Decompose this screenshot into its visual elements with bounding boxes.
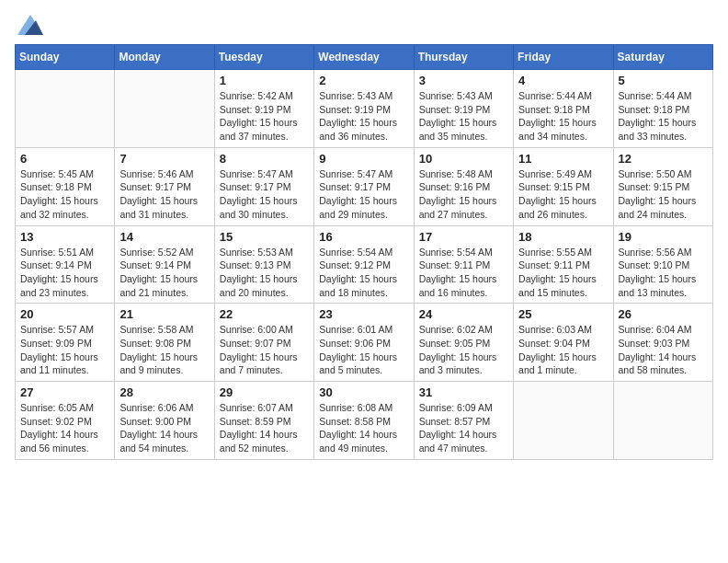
day-number: 30	[319, 385, 408, 399]
day-number: 26	[619, 307, 708, 321]
day-info: Sunrise: 6:01 AMSunset: 9:06 PMDaylight:…	[319, 323, 408, 377]
day-number: 6	[20, 152, 109, 166]
day-number: 7	[119, 152, 209, 166]
day-info: Sunrise: 5:44 AMSunset: 9:18 PMDaylight:…	[518, 89, 608, 144]
day-number: 11	[518, 152, 608, 166]
day-number: 10	[419, 152, 508, 166]
calendar-cell: 6Sunrise: 5:45 AMSunset: 9:18 PMDaylight…	[16, 147, 115, 225]
calendar-cell: 5Sunrise: 5:44 AMSunset: 9:18 PMDaylight…	[613, 70, 712, 148]
logo	[15, 15, 43, 35]
day-info: Sunrise: 5:53 AMSunset: 9:13 PMDaylight:…	[220, 246, 309, 300]
day-info: Sunrise: 5:42 AMSunset: 9:19 PMDaylight:…	[220, 89, 309, 144]
logo-icon	[17, 15, 43, 35]
calendar-cell: 8Sunrise: 5:47 AMSunset: 9:17 PMDaylight…	[214, 147, 313, 225]
day-number: 3	[419, 74, 508, 87]
day-number: 9	[319, 152, 408, 166]
day-number: 15	[220, 230, 309, 244]
day-info: Sunrise: 5:49 AMSunset: 9:15 PMDaylight:…	[518, 167, 608, 222]
day-number: 18	[518, 230, 608, 244]
day-number: 8	[220, 152, 309, 166]
day-number: 1	[220, 74, 309, 87]
calendar-cell: 17Sunrise: 5:54 AMSunset: 9:11 PMDayligh…	[414, 225, 513, 304]
day-info: Sunrise: 5:46 AMSunset: 9:17 PMDaylight:…	[119, 167, 209, 222]
day-number: 17	[419, 230, 508, 244]
weekday-header: Tuesday	[214, 45, 313, 70]
calendar-week-row: 13Sunrise: 5:51 AMSunset: 9:14 PMDayligh…	[16, 225, 713, 304]
day-info: Sunrise: 6:06 AMSunset: 9:00 PMDaylight:…	[119, 401, 209, 455]
day-number: 22	[220, 307, 309, 321]
day-info: Sunrise: 5:54 AMSunset: 9:11 PMDaylight:…	[419, 246, 508, 300]
weekday-header: Friday	[514, 45, 613, 70]
calendar-cell: 24Sunrise: 6:02 AMSunset: 9:05 PMDayligh…	[414, 304, 513, 382]
weekday-header: Wednesday	[314, 45, 414, 70]
day-info: Sunrise: 5:45 AMSunset: 9:18 PMDaylight:…	[20, 167, 109, 222]
calendar-week-row: 1Sunrise: 5:42 AMSunset: 9:19 PMDaylight…	[16, 70, 713, 148]
calendar-cell	[16, 70, 115, 148]
calendar-cell: 14Sunrise: 5:52 AMSunset: 9:14 PMDayligh…	[115, 225, 214, 304]
day-info: Sunrise: 5:43 AMSunset: 9:19 PMDaylight:…	[319, 89, 408, 144]
day-info: Sunrise: 5:47 AMSunset: 9:17 PMDaylight:…	[220, 167, 309, 222]
day-number: 23	[319, 307, 408, 321]
calendar-cell: 7Sunrise: 5:46 AMSunset: 9:17 PMDaylight…	[115, 147, 214, 225]
calendar-cell: 10Sunrise: 5:48 AMSunset: 9:16 PMDayligh…	[414, 147, 513, 225]
calendar-cell	[115, 70, 214, 148]
day-info: Sunrise: 5:52 AMSunset: 9:14 PMDaylight:…	[119, 246, 209, 300]
calendar-cell: 12Sunrise: 5:50 AMSunset: 9:15 PMDayligh…	[613, 147, 712, 225]
day-number: 31	[419, 385, 508, 399]
day-info: Sunrise: 6:00 AMSunset: 9:07 PMDaylight:…	[220, 323, 309, 377]
calendar-cell: 25Sunrise: 6:03 AMSunset: 9:04 PMDayligh…	[514, 304, 613, 382]
day-info: Sunrise: 6:02 AMSunset: 9:05 PMDaylight:…	[419, 323, 508, 377]
calendar-cell	[613, 382, 712, 460]
day-number: 19	[619, 230, 708, 244]
calendar-cell: 1Sunrise: 5:42 AMSunset: 9:19 PMDaylight…	[214, 70, 313, 148]
weekday-header: Monday	[115, 45, 214, 70]
day-number: 5	[619, 74, 708, 87]
calendar-cell	[514, 382, 613, 460]
calendar-cell: 21Sunrise: 5:58 AMSunset: 9:08 PMDayligh…	[115, 304, 214, 382]
day-info: Sunrise: 6:07 AMSunset: 8:59 PMDaylight:…	[220, 401, 309, 455]
day-info: Sunrise: 5:44 AMSunset: 9:18 PMDaylight:…	[619, 89, 708, 144]
calendar-cell: 11Sunrise: 5:49 AMSunset: 9:15 PMDayligh…	[514, 147, 613, 225]
day-number: 12	[619, 152, 708, 166]
calendar-cell: 15Sunrise: 5:53 AMSunset: 9:13 PMDayligh…	[214, 225, 313, 304]
day-info: Sunrise: 5:51 AMSunset: 9:14 PMDaylight:…	[20, 246, 109, 300]
day-number: 4	[518, 74, 608, 87]
day-info: Sunrise: 6:04 AMSunset: 9:03 PMDaylight:…	[619, 323, 708, 377]
weekday-header: Saturday	[613, 45, 712, 70]
day-number: 29	[220, 385, 309, 399]
day-number: 21	[119, 307, 209, 321]
calendar-cell: 29Sunrise: 6:07 AMSunset: 8:59 PMDayligh…	[214, 382, 313, 460]
day-number: 24	[419, 307, 508, 321]
calendar-cell: 20Sunrise: 5:57 AMSunset: 9:09 PMDayligh…	[16, 304, 115, 382]
calendar-cell: 2Sunrise: 5:43 AMSunset: 9:19 PMDaylight…	[314, 70, 414, 148]
day-number: 2	[319, 74, 408, 87]
calendar-week-row: 27Sunrise: 6:05 AMSunset: 9:02 PMDayligh…	[16, 382, 713, 460]
day-info: Sunrise: 6:09 AMSunset: 8:57 PMDaylight:…	[419, 401, 508, 455]
calendar-week-row: 6Sunrise: 5:45 AMSunset: 9:18 PMDaylight…	[16, 147, 713, 225]
calendar-cell: 31Sunrise: 6:09 AMSunset: 8:57 PMDayligh…	[414, 382, 513, 460]
page-header	[15, 15, 713, 35]
calendar-cell: 4Sunrise: 5:44 AMSunset: 9:18 PMDaylight…	[514, 70, 613, 148]
day-info: Sunrise: 6:08 AMSunset: 8:58 PMDaylight:…	[319, 401, 408, 455]
day-number: 28	[119, 385, 209, 399]
day-info: Sunrise: 5:56 AMSunset: 9:10 PMDaylight:…	[619, 246, 708, 300]
calendar-cell: 22Sunrise: 6:00 AMSunset: 9:07 PMDayligh…	[214, 304, 313, 382]
day-number: 20	[20, 307, 109, 321]
calendar-cell: 18Sunrise: 5:55 AMSunset: 9:11 PMDayligh…	[514, 225, 613, 304]
calendar-table: SundayMondayTuesdayWednesdayThursdayFrid…	[15, 44, 713, 460]
day-info: Sunrise: 5:47 AMSunset: 9:17 PMDaylight:…	[319, 167, 408, 222]
day-number: 16	[319, 230, 408, 244]
day-number: 25	[518, 307, 608, 321]
day-info: Sunrise: 5:58 AMSunset: 9:08 PMDaylight:…	[119, 323, 209, 377]
calendar-cell: 16Sunrise: 5:54 AMSunset: 9:12 PMDayligh…	[314, 225, 414, 304]
day-info: Sunrise: 5:54 AMSunset: 9:12 PMDaylight:…	[319, 246, 408, 300]
calendar-cell: 3Sunrise: 5:43 AMSunset: 9:19 PMDaylight…	[414, 70, 513, 148]
day-info: Sunrise: 5:43 AMSunset: 9:19 PMDaylight:…	[419, 89, 508, 144]
day-info: Sunrise: 6:03 AMSunset: 9:04 PMDaylight:…	[518, 323, 608, 377]
calendar-week-row: 20Sunrise: 5:57 AMSunset: 9:09 PMDayligh…	[16, 304, 713, 382]
day-info: Sunrise: 5:48 AMSunset: 9:16 PMDaylight:…	[419, 167, 508, 222]
calendar-cell: 23Sunrise: 6:01 AMSunset: 9:06 PMDayligh…	[314, 304, 414, 382]
calendar-cell: 13Sunrise: 5:51 AMSunset: 9:14 PMDayligh…	[16, 225, 115, 304]
weekday-header-row: SundayMondayTuesdayWednesdayThursdayFrid…	[16, 45, 713, 70]
day-info: Sunrise: 5:55 AMSunset: 9:11 PMDaylight:…	[518, 246, 608, 300]
